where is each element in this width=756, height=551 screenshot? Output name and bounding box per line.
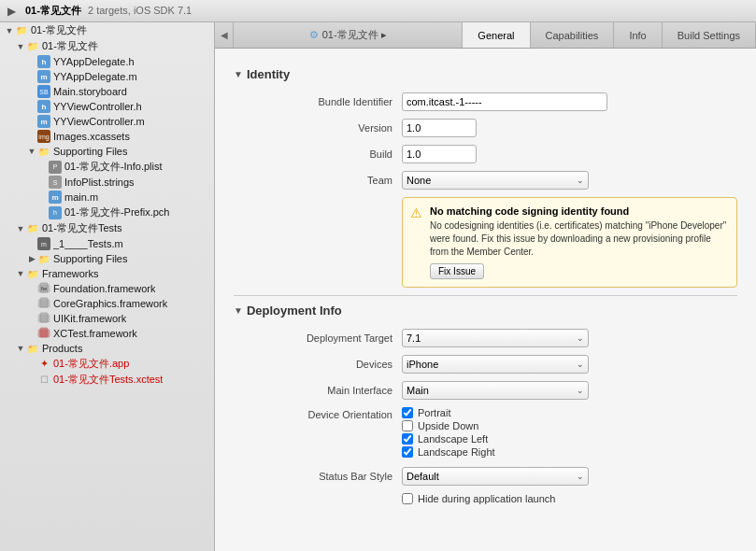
project-title: 01-常见文件 bbox=[25, 5, 81, 16]
devices-value: iPhone bbox=[407, 359, 438, 370]
sidebar-item-xctest-product[interactable]: ▶ ☐ 01-常见文件Tests.xctest bbox=[0, 372, 214, 388]
build-row: Build bbox=[234, 145, 737, 163]
section-triangle-identity[interactable]: ▼ bbox=[234, 69, 243, 79]
sidebar-item-infostrings[interactable]: ▶ S InfoPlist.strings bbox=[0, 175, 214, 190]
svg-rect-6 bbox=[40, 313, 48, 322]
warning-box: ⚠ No matching code signing identity foun… bbox=[402, 197, 737, 288]
sidebar-item-tests-m[interactable]: ▶ m _1____Tests.m bbox=[0, 236, 214, 251]
sidebar-item-coregraphics[interactable]: ▶ CoreGraphics.framework bbox=[0, 296, 214, 311]
version-row: Version bbox=[234, 119, 737, 137]
dropdown-arrow: ⌄ bbox=[577, 333, 584, 343]
team-value: None bbox=[407, 175, 431, 186]
hide-status-label: Hide during application launch bbox=[418, 493, 555, 504]
warning-row: ⚠ No matching code signing identity foun… bbox=[234, 197, 737, 288]
sidebar-item-vc-h[interactable]: ▶ h YYViewController.h bbox=[0, 99, 214, 114]
disclosure-icon: ▼ bbox=[15, 223, 26, 234]
folder-icon: 📁 bbox=[15, 24, 28, 37]
main-interface-dropdown[interactable]: Main ⌄ bbox=[402, 381, 589, 400]
svg-rect-8 bbox=[40, 328, 48, 337]
sidebar: ▼ 📁 01-常见文件 ▼ 📁 01-常见文件 ▶ h YYAppDelegat… bbox=[0, 22, 215, 551]
warning-detail: No codesigning identities (i.e. certific… bbox=[430, 219, 729, 259]
sidebar-item-xctest[interactable]: ▶ XCTest.framework bbox=[0, 326, 214, 341]
version-input[interactable] bbox=[402, 119, 477, 137]
section-triangle-deployment[interactable]: ▼ bbox=[234, 305, 243, 316]
sidebar-item-label: YYViewController.m bbox=[53, 116, 145, 127]
folder-icon: 📁 bbox=[26, 40, 39, 53]
sidebar-item-root-group[interactable]: ▼ 📁 01-常见文件 bbox=[0, 22, 214, 38]
sidebar-item-app[interactable]: ▶ ✦ 01-常见文件.app bbox=[0, 356, 214, 372]
sidebar-item-label: _1____Tests.m bbox=[53, 238, 123, 249]
sidebar-item-foundation[interactable]: ▶ fw Foundation.framework bbox=[0, 281, 214, 296]
deployment-target-value: 7.1 bbox=[407, 332, 421, 344]
status-bar-dropdown[interactable]: Default ⌄ bbox=[402, 467, 589, 486]
team-control: None ⌄ bbox=[402, 171, 737, 190]
orientation-group: Portrait Upside Down Landscape Left bbox=[402, 407, 737, 459]
app-icon: ✦ bbox=[37, 358, 50, 371]
landscape-right-checkbox[interactable] bbox=[402, 446, 413, 458]
bundle-id-control bbox=[402, 92, 737, 111]
dropdown-arrow: ⌄ bbox=[577, 360, 584, 369]
sidebar-item-01group[interactable]: ▼ 📁 01-常见文件 bbox=[0, 38, 214, 54]
orientation-row: Device Orientation Portrait Upside Down bbox=[234, 407, 737, 459]
orientation-label: Device Orientation bbox=[234, 407, 402, 420]
build-control bbox=[402, 145, 737, 163]
sidebar-item-uikit[interactable]: ▶ UIKit.framework bbox=[0, 311, 214, 326]
fix-issue-button[interactable]: Fix Issue bbox=[430, 263, 484, 279]
sidebar-item-label: 01-常见文件Tests bbox=[42, 221, 122, 235]
sidebar-item-label: 01-常见文件.app bbox=[53, 357, 129, 371]
content-area: ▼ Identity Bundle Identifier Version Bui… bbox=[215, 49, 756, 551]
folder-icon: 📁 bbox=[37, 145, 50, 158]
storyboard-icon: SB bbox=[37, 85, 50, 98]
bundle-id-input[interactable] bbox=[402, 92, 607, 111]
tab-info[interactable]: Info bbox=[614, 22, 662, 48]
tab-build-settings[interactable]: Build Settings bbox=[663, 22, 756, 48]
sidebar-item-main-m[interactable]: ▶ m main.m bbox=[0, 190, 214, 205]
sidebar-item-tests-group[interactable]: ▼ 📁 01-常见文件Tests bbox=[0, 220, 214, 236]
sidebar-item-frameworks-group[interactable]: ▼ 📁 Frameworks bbox=[0, 266, 214, 281]
warning-icon: ⚠ bbox=[410, 205, 422, 279]
disclosure-icon: ▼ bbox=[15, 268, 26, 279]
folder-icon: 📁 bbox=[26, 342, 39, 355]
build-input[interactable] bbox=[402, 145, 477, 163]
hide-status-checkbox[interactable] bbox=[402, 493, 413, 504]
sidebar-item-products-group[interactable]: ▼ 📁 Products bbox=[0, 341, 214, 356]
portrait-checkbox[interactable] bbox=[402, 407, 413, 418]
sidebar-item-label: 01-常见文件-Prefix.pch bbox=[64, 205, 169, 219]
sidebar-item-vc-m[interactable]: ▶ m YYViewController.m bbox=[0, 114, 214, 129]
build-label: Build bbox=[234, 148, 402, 160]
landscape-left-checkbox[interactable] bbox=[402, 433, 413, 445]
devices-dropdown[interactable]: iPhone ⌄ bbox=[402, 355, 589, 374]
top-bar-icon: ▶ bbox=[7, 5, 16, 18]
team-row: Team None ⌄ bbox=[234, 171, 737, 190]
sidebar-item-appdel-h[interactable]: ▶ h YYAppDelegate.h bbox=[0, 54, 214, 69]
sidebar-item-infoplist[interactable]: ▶ P 01-常见文件-Info.plist bbox=[0, 159, 214, 175]
upsidedown-checkbox[interactable] bbox=[402, 420, 413, 431]
landscape-left-label: Landscape Left bbox=[418, 433, 488, 445]
tab-general[interactable]: General bbox=[463, 22, 530, 48]
content-panel: ◀ ⚙ 01-常见文件 ▸ General Capabilities Info … bbox=[215, 22, 756, 551]
orientation-landscape-right-row: Landscape Right bbox=[402, 446, 737, 458]
warning-control: ⚠ No matching code signing identity foun… bbox=[402, 197, 737, 288]
sidebar-item-label: main.m bbox=[64, 191, 98, 203]
sidebar-item-label: 01-常见文件-Info.plist bbox=[64, 160, 163, 174]
identity-section-title: Identity bbox=[247, 67, 290, 81]
status-bar-control: Default ⌄ bbox=[402, 467, 737, 486]
team-dropdown[interactable]: None ⌄ bbox=[402, 171, 589, 190]
sidebar-item-supporting2[interactable]: ▶ 📁 Supporting Files bbox=[0, 251, 214, 266]
dropdown-arrow: ⌄ bbox=[577, 176, 584, 185]
sidebar-item-prefix[interactable]: ▶ h 01-常见文件-Prefix.pch bbox=[0, 205, 214, 220]
sidebar-item-appdel-m[interactable]: ▶ m YYAppDelegate.m bbox=[0, 69, 214, 84]
sidebar-item-xcassets[interactable]: ▶ img Images.xcassets bbox=[0, 129, 214, 144]
sidebar-item-storyboard[interactable]: ▶ SB Main.storyboard bbox=[0, 84, 214, 99]
team-label: Team bbox=[234, 175, 402, 186]
file-m-icon: m bbox=[37, 115, 50, 128]
deployment-target-dropdown[interactable]: 7.1 ⌄ bbox=[402, 329, 589, 347]
back-icon[interactable]: ◀ bbox=[221, 30, 228, 40]
sidebar-item-supporting[interactable]: ▼ 📁 Supporting Files bbox=[0, 144, 214, 159]
framework-icon: fw bbox=[37, 282, 50, 295]
main-interface-control: Main ⌄ bbox=[402, 381, 737, 400]
folder-icon: 📁 bbox=[37, 252, 50, 265]
tab-capabilities[interactable]: Capabilities bbox=[531, 22, 615, 48]
file-m-icon: m bbox=[49, 191, 62, 204]
framework-icon bbox=[37, 327, 50, 340]
